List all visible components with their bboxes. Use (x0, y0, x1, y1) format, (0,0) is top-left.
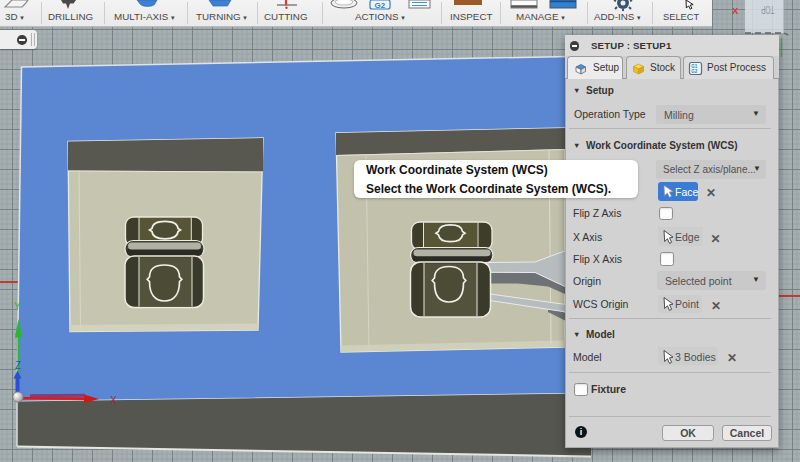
svg-text:TOP: TOP (761, 4, 775, 16)
svg-text:X: X (732, 5, 739, 16)
svg-text:X: X (110, 395, 117, 406)
svg-text:Y: Y (14, 301, 21, 312)
svg-text:Z: Z (15, 360, 21, 371)
svg-text:G2: G2 (375, 1, 386, 10)
svg-text:G2: G2 (691, 69, 698, 74)
